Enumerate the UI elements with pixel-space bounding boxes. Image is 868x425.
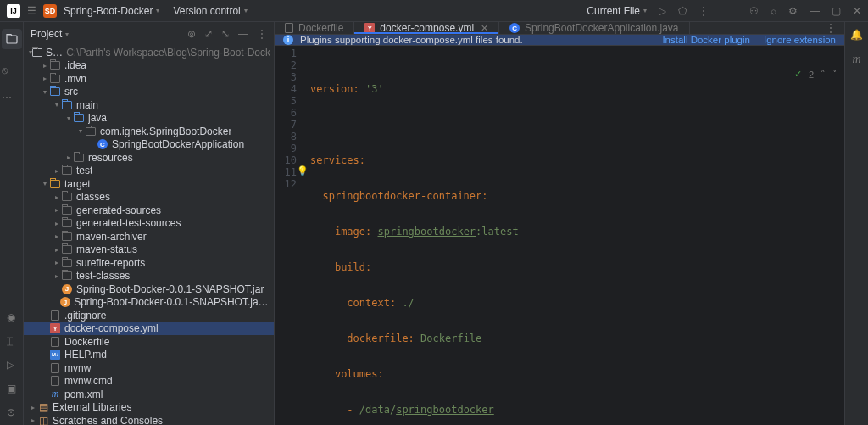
tree-item-label: resources [88,152,133,164]
tree-row[interactable]: ▾com.ignek.SpringBootDocker [24,125,274,138]
notifications-icon[interactable]: 🔔 [850,29,863,41]
tree-row[interactable]: ▸classes [24,191,274,204]
hide-panel-icon[interactable]: — [238,28,248,40]
structure-tool-icon[interactable]: ⋯ [2,92,22,103]
tree-row[interactable]: JSpring-Boot-Docker-0.0.1-SNAPSHOT.jar [24,282,274,296]
tree-row[interactable]: CSpringBootDockerApplication [24,138,274,152]
tab-more-icon[interactable]: ⋮ [826,22,836,34]
commit-tool-icon[interactable]: ⎋ [2,64,22,76]
tree-row[interactable]: M↓HELP.md [24,349,274,362]
expand-arrow-icon[interactable]: ▸ [41,75,49,82]
tree-row[interactable]: ▸maven-archiver [24,230,274,243]
ignore-extension-link[interactable]: Ignore extension [764,35,836,45]
expand-arrow-icon[interactable]: ▸ [53,259,61,266]
more-icon[interactable]: ⋮ [698,5,709,17]
scratch-icon: ◫ [37,415,49,425]
terminal-tool-icon[interactable]: ⌶ [7,335,16,347]
problems-tool-icon[interactable]: ▣ [7,383,16,394]
expand-arrow-icon[interactable]: ▾ [76,127,85,135]
external-libs-label: External Libraries [53,401,131,413]
line-number: 6 [275,107,297,119]
expand-arrow-icon[interactable]: ▸ [29,404,37,411]
tree-row[interactable]: ▸generated-sources [24,204,274,217]
expand-arrow-icon[interactable]: ▸ [53,272,61,280]
class-icon: C [97,138,108,150]
line-number: 5 [275,95,297,107]
expand-arrow-icon[interactable]: ▸ [53,193,61,201]
right-toolbar: 🔔 m [844,22,868,425]
close-window-icon[interactable]: ✕ [853,5,861,17]
tree-row[interactable]: ▸generated-test-sources [24,217,274,231]
main-menu-icon[interactable]: ☰ [27,5,36,17]
tree-row[interactable]: ▾main [24,98,274,112]
expand-arrow-icon[interactable]: ▾ [53,101,61,109]
expand-arrow-icon[interactable]: ▸ [53,167,61,175]
maven-tool-icon[interactable]: m [852,53,860,66]
project-tool-icon[interactable] [2,29,22,49]
tree-row[interactable]: JSpring-Boot-Docker-0.0.1-SNAPSHOT.jar.o… [24,296,274,310]
expand-arrow-icon[interactable]: ▾ [41,180,49,187]
install-plugin-link[interactable]: Install Docker plugin [662,35,750,45]
settings-icon[interactable]: ⚙ [788,5,798,17]
tree-row[interactable]: ▸.idea [24,59,274,73]
tree-row[interactable]: mpom.xml [24,388,274,401]
tree-row[interactable]: ▸resources [24,151,274,165]
tree-row[interactable]: mvnw.cmd [24,375,274,389]
tree-row-root[interactable]: ▾ Spring-Boot-Docker C:\Parth's Workspac… [24,46,274,59]
collapse-all-icon[interactable]: ⤡ [221,28,230,40]
run-config-selector[interactable]: Current File ▾ [587,5,647,17]
chevron-down-icon[interactable]: ▾ [65,31,69,38]
tree-row[interactable]: ▾java [24,112,274,126]
tree-row-external-libs[interactable]: ▸ ▤ External Libraries [24,401,274,415]
tree-row[interactable]: ▸test-classes [24,270,274,283]
debug-icon[interactable]: ⬠ [678,5,687,17]
tree-row[interactable]: ▾src [24,86,274,99]
tree-row[interactable]: Dockerfile [24,335,274,349]
expand-arrow-icon[interactable]: ▾ [64,115,73,122]
run-tool-icon[interactable]: ◉ [7,311,16,323]
expand-arrow-icon[interactable]: ▸ [41,62,49,70]
tree-root-label: Spring-Boot-Docker [46,47,63,59]
volume-ref[interactable]: springbootdocker [396,404,494,416]
editor-body[interactable]: 123456789101112 💡 version: '3' services:… [275,46,844,425]
image-ref[interactable]: springbootdocker [377,226,476,238]
services-tool-icon[interactable]: ▷ [7,359,16,371]
intention-bulb-icon[interactable]: 💡 [297,165,309,177]
expand-arrow-icon[interactable]: ▸ [29,417,37,424]
tree-item-label: target [64,178,91,190]
expand-arrow-icon[interactable]: ▸ [53,232,61,240]
run-icon[interactable]: ▷ [659,5,666,17]
panel-options-icon[interactable]: ⋮ [257,28,267,40]
expand-arrow-icon[interactable]: ▸ [53,246,61,254]
tree-item-label: .mvn [64,73,86,85]
tree-row[interactable]: ▾target [24,177,274,191]
maximize-icon[interactable]: ▢ [832,5,841,17]
tree-row[interactable]: ▸.mvn [24,72,274,86]
search-icon[interactable]: ⌕ [771,5,776,17]
code[interactable]: 💡 version: '3' services: springbootdocke… [303,46,844,425]
select-opened-file-icon[interactable]: ⊚ [187,28,196,40]
expand-all-icon[interactable]: ⤢ [204,28,213,40]
expand-arrow-icon[interactable]: ▸ [53,206,61,214]
project-selector[interactable]: Spring-Boot-Docker ▾ [64,5,159,17]
tree-row[interactable]: ▸maven-status [24,243,274,257]
editor-tab[interactable]: Dockerfile [275,22,354,34]
minimize-icon[interactable]: — [810,5,820,17]
vcs-selector[interactable]: Version control ▾ [173,5,247,17]
file-icon [285,23,293,33]
tree-row[interactable]: ▸surefire-reports [24,256,274,270]
tree-row[interactable]: Ydocker-compose.yml [24,322,274,336]
tree-row[interactable]: ▸test [24,165,274,178]
expand-arrow-icon[interactable]: ▾ [41,88,49,96]
close-tab-icon[interactable]: ✕ [481,23,488,34]
tree-row-scratches[interactable]: ▸ ◫ Scratches and Consoles [24,414,274,425]
plugin-banner: i Plugins supporting docker-compose.yml … [275,35,844,46]
tree-row[interactable]: mvnw [24,361,274,375]
build-tool-icon[interactable]: ⊙ [7,406,16,418]
tree-row[interactable]: .gitignore [24,309,274,322]
expand-arrow-icon[interactable]: ▸ [64,154,73,161]
editor-tab[interactable]: Ydocker-compose.yml✕ [354,22,499,34]
collaborate-icon[interactable]: ⚇ [749,5,759,17]
expand-arrow-icon[interactable]: ▸ [53,220,61,227]
editor-tab[interactable]: CSpringBootDockerApplication.java [499,22,689,34]
